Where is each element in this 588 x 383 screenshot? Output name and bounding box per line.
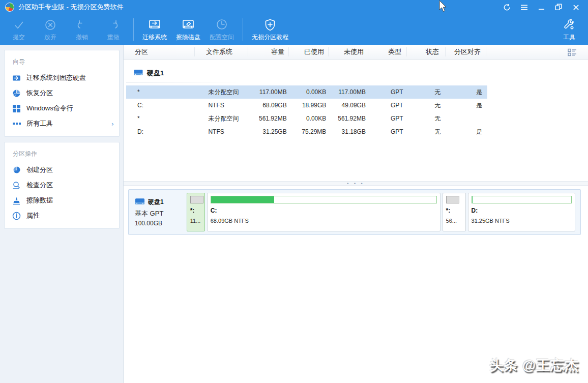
close-icon[interactable] xyxy=(569,2,583,13)
disk-size: 100.00GB xyxy=(135,220,184,227)
discard-button[interactable]: 放弃 xyxy=(35,15,66,44)
partition-block-unallocated[interactable]: *: 56... xyxy=(443,193,466,231)
disk-icon xyxy=(135,197,145,207)
refresh-icon[interactable] xyxy=(499,2,514,13)
cell-unused: 117.00MB xyxy=(330,85,370,99)
migrate-system-label: 迁移系统 xyxy=(142,33,167,42)
sidebar-item-label: 属性 xyxy=(26,211,40,220)
cell-used: 75.29MB xyxy=(291,125,331,138)
block-size: 68.09GB NTFS xyxy=(211,218,437,224)
commit-label: 提交 xyxy=(13,33,25,42)
col-unused: 未使用 xyxy=(329,47,368,56)
app-logo-icon xyxy=(5,3,14,12)
main-panel: 分区 文件系统 容量 已使用 未使用 类型 状态 分区对齐 硬盘1 * xyxy=(124,45,588,383)
cell-filesystem: NTFS xyxy=(197,125,250,138)
col-type: 类型 xyxy=(368,47,407,56)
sidebar-item-check-partition[interactable]: 检查分区 xyxy=(5,178,119,193)
allocate-space-label: 配置空间 xyxy=(210,33,234,42)
redo-icon xyxy=(107,18,120,32)
migrate-disk-icon xyxy=(148,18,162,32)
window-title: 分区助手专业版 - 无损分区免费软件 xyxy=(18,3,124,12)
usage-fill xyxy=(472,196,473,203)
commit-button[interactable]: 提交 xyxy=(3,15,35,44)
tutorial-button[interactable]: 无损分区教程 xyxy=(247,15,293,44)
cell-partition: * xyxy=(126,112,197,125)
undo-icon xyxy=(75,18,89,32)
tools-button[interactable]: 工具 xyxy=(553,15,585,44)
cell-unused: 31.18GB xyxy=(330,125,370,138)
cell-used: 0.00KB xyxy=(291,85,331,99)
unallocated-bar xyxy=(446,196,459,203)
migrate-ssd-icon xyxy=(12,74,21,82)
col-used: 已使用 xyxy=(289,47,329,56)
sidebar-item-windows-cli[interactable]: Windows命令行 xyxy=(5,101,119,116)
ellipsis-icon xyxy=(12,120,21,128)
brush-icon xyxy=(12,196,21,205)
cell-partition: C: xyxy=(126,99,197,112)
col-status: 状态 xyxy=(407,47,446,56)
splitter-handle[interactable]: • • • xyxy=(124,181,588,186)
sidebar-item-label: 恢复分区 xyxy=(26,89,53,98)
magnifier-icon xyxy=(12,181,21,190)
cell-aligned: 是 xyxy=(447,125,487,138)
sidebar-item-migrate-ssd[interactable]: 迁移系统到固态硬盘 xyxy=(5,70,119,85)
col-filesystem: 文件系统 xyxy=(195,47,248,56)
cell-type: GPT xyxy=(370,125,408,138)
wrench-icon xyxy=(563,18,576,32)
usage-bar xyxy=(211,196,437,203)
sidebar-item-erase-data[interactable]: 擦除数据 xyxy=(5,193,119,208)
maximize-icon[interactable] xyxy=(551,2,566,13)
cell-type: GPT xyxy=(370,85,408,99)
minimize-icon[interactable] xyxy=(534,2,548,13)
undo-button[interactable]: 撤销 xyxy=(66,15,98,44)
partition-block-c[interactable]: C: 68.09GB NTFS xyxy=(207,193,440,231)
unallocated-bar xyxy=(190,196,203,203)
block-size: 56... xyxy=(446,218,462,224)
sidebar-item-all-tools[interactable]: 所有工具 › xyxy=(5,116,119,131)
disk-map-panel: 硬盘1 基本 GPT 100.00GB *: 11... C: 68.09GB … xyxy=(128,189,581,235)
disk-type: 基本 GPT xyxy=(135,209,184,218)
disk-info[interactable]: 硬盘1 基本 GPT 100.00GB xyxy=(132,197,184,227)
splitter-dots-icon: • • • xyxy=(347,182,364,185)
menu-icon[interactable] xyxy=(517,2,531,13)
windows-icon xyxy=(12,104,21,113)
table-row[interactable]: * 未分配空间 561.92MB 0.00KB 561.92MB GPT 无 xyxy=(126,112,487,125)
clock-pie-icon xyxy=(215,18,228,32)
sidebar-item-recover-partition[interactable]: 恢复分区 xyxy=(5,85,119,101)
allocate-space-button[interactable]: 配置空间 xyxy=(205,15,239,44)
cell-filesystem: 未分配空间 xyxy=(197,112,250,125)
table-header: 分区 文件系统 容量 已使用 未使用 类型 状态 分区对齐 xyxy=(124,45,588,60)
tutorial-label: 无损分区教程 xyxy=(252,33,288,42)
block-size: 31.25GB NTFS xyxy=(472,218,572,224)
cell-unused: 49.09GB xyxy=(330,99,370,112)
app-window: 分区助手专业版 - 无损分区免费软件 提交 xyxy=(0,0,588,383)
content-area: 向导 迁移系统到固态硬盘 恢复分区 Windows命令行 所有工具 › xyxy=(0,45,588,383)
table-row[interactable]: C: NTFS 68.09GB 18.99GB 49.09GB GPT 无 是 xyxy=(126,99,487,112)
wizard-section-header: 向导 xyxy=(5,54,119,70)
shield-plus-icon xyxy=(263,18,277,32)
partition-ops-section-header: 分区操作 xyxy=(5,146,119,162)
disk-group-header[interactable]: 硬盘1 xyxy=(134,69,588,78)
sidebar-item-label: 所有工具 xyxy=(26,119,53,128)
cell-capacity: 561.92MB xyxy=(250,112,291,125)
erase-disk-button[interactable]: 擦除磁盘 xyxy=(171,15,205,44)
partition-block-unallocated[interactable]: *: 11... xyxy=(187,193,205,231)
cell-used: 18.99GB xyxy=(291,99,331,112)
usage-fill xyxy=(211,196,274,203)
redo-button[interactable]: 重做 xyxy=(98,15,129,44)
erase-disk-label: 擦除磁盘 xyxy=(176,33,200,42)
cell-status: 无 xyxy=(408,85,447,99)
list-view-icon[interactable] xyxy=(568,48,577,56)
title-bar: 分区助手专业版 - 无损分区免费软件 xyxy=(0,0,588,14)
table-row[interactable]: * 未分配空间 117.00MB 0.00KB 117.00MB GPT 无 是 xyxy=(126,85,487,99)
cell-partition: * xyxy=(126,85,197,99)
migrate-system-button[interactable]: 迁移系统 xyxy=(138,15,171,44)
block-label: *: xyxy=(446,207,462,214)
partition-block-d[interactable]: D: 31.25GB NTFS xyxy=(468,193,575,231)
sidebar-item-create-partition[interactable]: 创建分区 xyxy=(5,162,119,178)
table-row[interactable]: D: NTFS 31.25GB 75.29MB 31.18GB GPT 无 是 xyxy=(126,125,487,138)
cell-filesystem: 未分配空间 xyxy=(197,85,250,99)
main-toolbar: 提交 放弃 撤销 重做 迁移系统 擦除磁盘 配置空间 无损 xyxy=(0,14,588,45)
disk-group-label: 硬盘1 xyxy=(147,69,164,78)
sidebar-item-properties[interactable]: 属性 xyxy=(5,208,119,223)
